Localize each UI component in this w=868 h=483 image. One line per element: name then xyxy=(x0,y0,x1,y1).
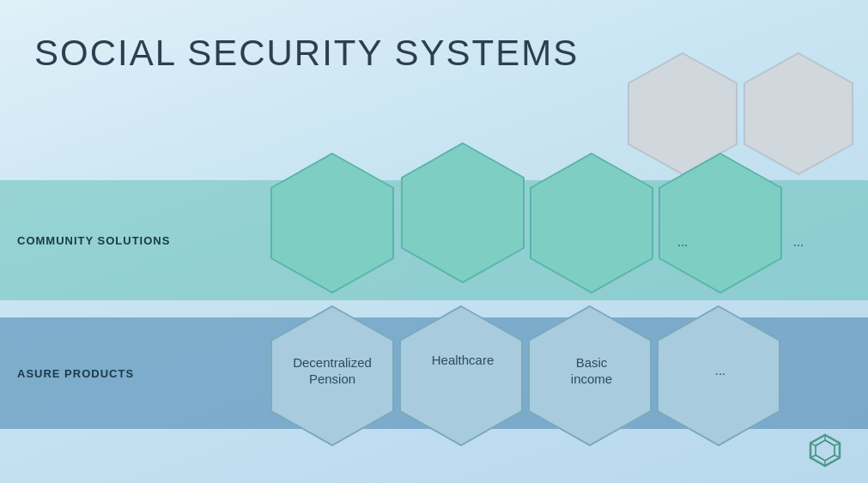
hex-comm-more-label: ... xyxy=(715,362,726,379)
svg-marker-3 xyxy=(402,143,524,282)
hex-community-basic-income: Basicincome xyxy=(528,151,655,295)
page-title: SOCIAL SECURITY SYSTEMS xyxy=(34,33,579,74)
hex-asure-network: AsureNetwork xyxy=(398,304,525,448)
community-label: COMMUNITY SOLUTIONS xyxy=(17,234,170,247)
svg-marker-5 xyxy=(659,154,781,293)
svg-marker-7 xyxy=(400,306,522,445)
asure-label: ASURE PRODUCTS xyxy=(17,367,134,380)
hex-community-more: ... xyxy=(657,151,784,295)
svg-marker-11 xyxy=(816,440,835,461)
hex-community-healthcare: Healthcare xyxy=(399,141,526,285)
hex-top-1-label: ... xyxy=(677,233,689,251)
hex-healthcare-label: Healthcare xyxy=(432,352,495,369)
logo xyxy=(808,433,842,468)
hex-basic-income-label: Basicincome xyxy=(571,354,612,388)
hex-community-pension: DecentralizedPension xyxy=(269,151,396,295)
hex-top-2-label: ... xyxy=(793,233,804,251)
svg-marker-2 xyxy=(271,154,393,293)
svg-marker-4 xyxy=(531,154,653,293)
hex-pension-label: DecentralizedPension xyxy=(293,354,372,388)
